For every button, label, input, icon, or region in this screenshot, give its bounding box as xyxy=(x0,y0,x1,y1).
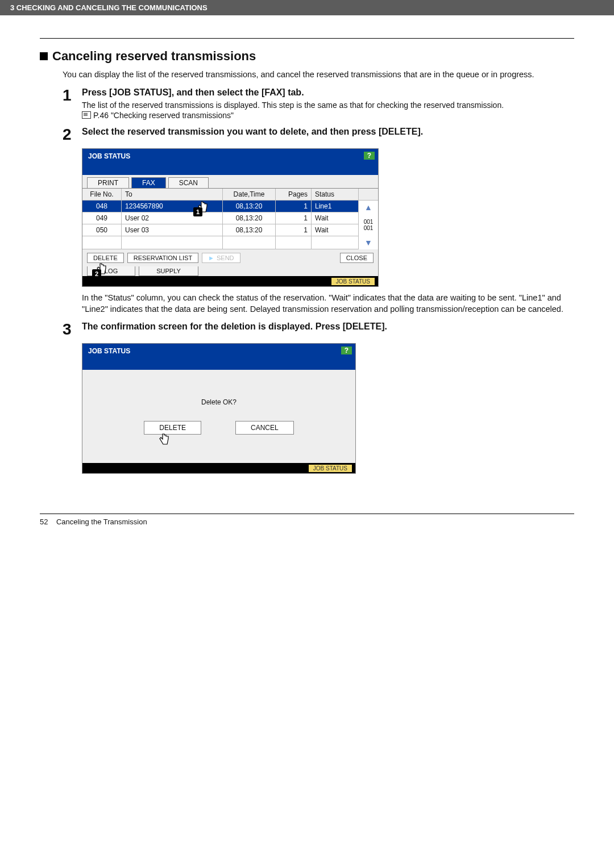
confirm-cancel-button[interactable]: CANCEL xyxy=(235,421,294,435)
cell-st: Wait xyxy=(312,224,358,236)
section-title-row: Canceling reserved transmissions xyxy=(40,49,574,64)
table-row[interactable]: 049 User 02 08,13:20 1 Wait xyxy=(82,212,358,224)
grid-header: File No. To Date,Time Pages Status xyxy=(82,189,378,201)
col-status: Status xyxy=(312,189,358,200)
delete-button[interactable]: DELETE 2 xyxy=(87,253,124,263)
col-pages: Pages xyxy=(276,189,312,200)
step-2-body: Select the reserved transmission you wan… xyxy=(82,127,574,139)
step-3-body: The confirmation screen for the deletion… xyxy=(82,322,574,334)
tab-print[interactable]: PRINT xyxy=(87,177,129,188)
tabs-row: PRINT FAX SCAN xyxy=(82,175,378,188)
scroll-up-icon[interactable]: ▲ xyxy=(359,201,378,214)
cell-st: Line1 xyxy=(312,201,358,212)
cell-empty xyxy=(223,236,276,249)
section-bullet xyxy=(40,52,48,60)
confirm-title: JOB STATUS xyxy=(88,347,130,355)
cell-pg: 1 xyxy=(276,224,312,236)
confirm-subbar xyxy=(82,358,355,370)
table-row[interactable]: 050 User 03 08,13:20 1 Wait xyxy=(82,224,358,236)
footer-label: Canceling the Transmission xyxy=(56,518,147,526)
cell-dt: 08,13:20 xyxy=(223,212,276,224)
page-content: Canceling reserved transmissions You can… xyxy=(0,15,614,514)
pointer-2-badge: 2 xyxy=(92,269,101,278)
help-icon[interactable]: ? xyxy=(364,152,375,160)
step-2-number: 2 xyxy=(63,127,82,143)
cell-pg: 1 xyxy=(276,212,312,224)
cell-to: User 02 xyxy=(122,212,223,224)
step-2: 2 Select the reserved transmission you w… xyxy=(63,127,574,143)
send-icon: ► xyxy=(208,254,214,261)
delete-button-label: DELETE xyxy=(93,254,118,261)
tab-fax[interactable]: FAX xyxy=(131,177,166,188)
cell-empty xyxy=(312,236,358,249)
confirm-footer: JOB STATUS xyxy=(82,463,355,473)
step-3-head: The confirmation screen for the deletion… xyxy=(82,322,574,332)
page-number: 52 xyxy=(40,518,48,526)
close-button[interactable]: CLOSE xyxy=(340,253,374,263)
confirm-body: Delete OK? DELETE CANCEL xyxy=(82,370,355,463)
cell-file: 050 xyxy=(82,224,122,236)
step-1: 1 Press [JOB STATUS], and then select th… xyxy=(63,87,574,122)
section-title: Canceling reserved transmissions xyxy=(52,49,256,64)
reservation-grid: File No. To Date,Time Pages Status 048 1… xyxy=(82,188,378,249)
reservation-list-button[interactable]: RESERVATION LIST xyxy=(127,253,198,263)
top-rule xyxy=(40,38,574,39)
step-3-number: 3 xyxy=(63,322,82,337)
confirm-delete-label: DELETE xyxy=(159,424,186,432)
step-1-head: Press [JOB STATUS], and then select the … xyxy=(82,87,574,98)
cell-dt: 08,13:20 xyxy=(223,224,276,236)
job-status-screen: JOB STATUS ? PRINT FAX SCAN File No. To … xyxy=(82,148,379,287)
step-1-ref: P.46 "Checking reserved transmissions" xyxy=(82,110,574,121)
pointer-2: 2 xyxy=(94,261,109,276)
table-row[interactable]: 048 1234567890 1 08,13:20 1 Line1 xyxy=(82,201,358,212)
book-icon xyxy=(82,111,91,119)
step-2-after: In the "Status" column, you can check th… xyxy=(82,293,574,315)
cell-st: Wait xyxy=(312,212,358,224)
chapter-header: 3 CHECKING AND CANCELING THE COMMUNICATI… xyxy=(0,0,614,15)
button-row: DELETE 2 RESERVATION LIST ►SEND CLOSE xyxy=(82,249,378,266)
rows-column: 048 1234567890 1 08,13:20 1 Line1 xyxy=(82,201,358,249)
scroll-down-icon[interactable]: ▼ xyxy=(359,236,378,249)
send-button-label: SEND xyxy=(217,254,234,261)
step-1-number: 1 xyxy=(63,87,82,103)
step-1-ref-text: P.46 "Checking reserved transmissions" xyxy=(93,111,234,120)
help-icon[interactable]: ? xyxy=(341,347,352,354)
step-3: 3 The confirmation screen for the deleti… xyxy=(63,322,574,337)
job-status-subbar xyxy=(82,164,378,175)
col-scroll-spacer xyxy=(358,189,378,200)
scroll-column: ▲ 001 001 ▼ xyxy=(358,201,378,249)
section-intro: You can display the list of the reserved… xyxy=(63,69,574,81)
tab-scan[interactable]: SCAN xyxy=(168,177,209,188)
pointer-1-badge: 1 xyxy=(193,207,202,216)
hand-icon xyxy=(157,432,172,446)
bottom-tabs: LOG SUPPLY xyxy=(82,266,378,276)
cell-pg: 1 xyxy=(276,201,312,212)
confirm-delete-button[interactable]: DELETE xyxy=(144,421,201,435)
cell-empty xyxy=(276,236,312,249)
pointer-delete xyxy=(157,432,172,446)
cell-to-text: 1234567890 xyxy=(125,202,163,210)
cell-empty xyxy=(82,236,122,249)
job-status-titlebar: JOB STATUS ? xyxy=(82,149,378,164)
chapter-header-text: 3 CHECKING AND CANCELING THE COMMUNICATI… xyxy=(10,3,208,12)
screen-footer: JOB STATUS xyxy=(82,276,378,286)
cell-dt: 08,13:20 xyxy=(223,201,276,212)
job-status-title: JOB STATUS xyxy=(88,152,130,160)
step-1-body: Press [JOB STATUS], and then select the … xyxy=(82,87,574,122)
job-status-button[interactable]: JOB STATUS xyxy=(331,278,375,285)
step-2-head: Select the reserved transmission you wan… xyxy=(82,127,574,137)
page-indicator: 001 001 xyxy=(359,214,378,236)
col-to: To xyxy=(122,189,223,200)
confirm-titlebar: JOB STATUS ? xyxy=(82,344,355,358)
cell-file: 048 xyxy=(82,201,122,212)
screenshot-2-wrap: JOB STATUS ? Delete OK? DELETE CANCEL xyxy=(82,343,574,474)
send-button: ►SEND xyxy=(202,253,240,263)
page-footer: 52 Canceling the Transmission xyxy=(0,514,614,537)
screenshot-1-wrap: JOB STATUS ? PRINT FAX SCAN File No. To … xyxy=(82,148,574,287)
pointer-1: 1 xyxy=(196,199,210,214)
table-row-empty xyxy=(82,236,358,249)
cell-empty xyxy=(122,236,223,249)
job-status-button[interactable]: JOB STATUS xyxy=(309,465,352,472)
tab-supply[interactable]: SUPPLY xyxy=(139,266,198,276)
cell-to: User 03 xyxy=(122,224,223,236)
